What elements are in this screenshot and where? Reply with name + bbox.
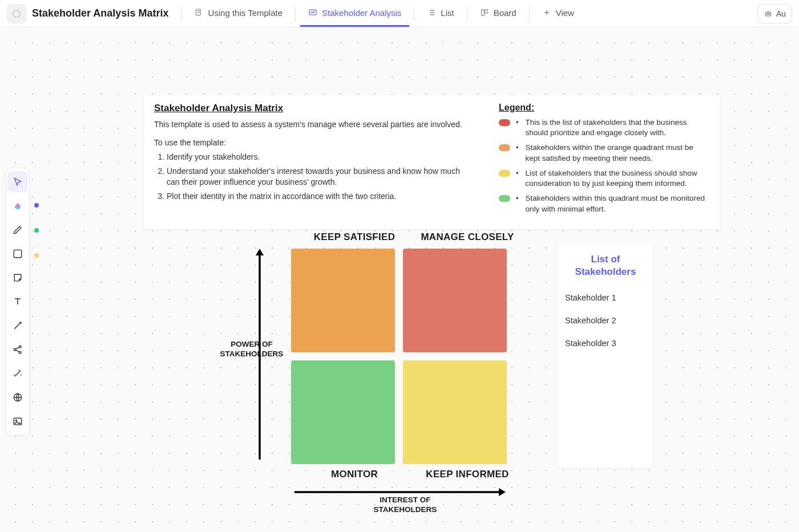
clickup-icon [12,200,23,212]
legend-item: • List of stakeholders that the business… [499,168,707,189]
page-title: Stakeholder Analysis Matrix [32,7,168,19]
tool-clickup-ai[interactable] [7,196,28,216]
quadrant-label-bottom-left: MONITOR [302,469,406,480]
desc-step: Understand your stakeholder's interest t… [167,166,474,188]
tab-stakeholder-analysis[interactable]: Stakeholder Analysis [300,1,409,27]
tool-mindmap[interactable] [7,339,28,360]
divider [529,6,530,21]
svg-point-11 [19,351,21,354]
tab-using-template[interactable]: Using this Template [186,1,290,27]
x-axis-label: INTEREST OF STAKEHOLDERS [360,496,451,515]
tool-connector[interactable] [7,315,28,336]
pointer-icon [12,176,23,188]
divider [414,6,414,21]
add-view-button[interactable]: View [534,1,582,27]
quadrant-label-top-right: MANAGE CLOSELY [415,232,519,243]
tab-list[interactable]: List [419,1,462,27]
app-menu-button[interactable] [7,4,26,23]
legend-text: This is the list of stakeholders that th… [526,117,707,138]
svg-rect-8 [14,250,21,257]
stakeholders-title: List of Stakeholders [565,253,646,278]
svg-marker-16 [256,249,264,255]
header-bar: Stakeholder Analysis Matrix Using this T… [0,0,799,27]
svg-point-14 [15,420,17,421]
stakeholder-item[interactable]: Stakeholder 3 [565,339,646,348]
legend: Legend: • This is the list of stakeholde… [499,103,707,219]
legend-text: Stakeholders within the orange quadrant … [526,143,707,163]
stakeholders-card: List of Stakeholders Stakeholder 1 Stake… [558,244,653,468]
pen-icon [12,224,23,235]
svg-point-7 [768,13,769,14]
desc-step: Plot their identity in the matrix in acc… [167,191,474,202]
globe-icon [12,392,23,403]
svg-rect-3 [481,10,484,16]
template-icon [194,8,203,17]
legend-item: • Stakeholders within this quadrant must… [499,193,707,214]
tool-text[interactable] [7,291,28,312]
tool-pen[interactable] [7,220,28,240]
connector-icon [12,320,23,331]
tab-label: List [441,8,454,18]
stakeholder-item[interactable]: Stakeholder 2 [565,316,646,325]
whiteboard-canvas[interactable]: Stakeholder Analysis Matrix This templat… [0,27,799,532]
quadrant-keep-satisfied[interactable] [291,249,395,352]
desc-step: Identify your stakeholders. [167,152,474,163]
tool-sticky[interactable] [7,267,28,288]
desc-howto: To use the template: [154,138,474,147]
divider [295,6,296,21]
mindmap-icon [12,344,23,355]
color-dot-purple[interactable] [34,203,39,208]
desc-steps: Identify your stakeholders. Understand y… [154,152,474,202]
tab-label: Board [494,8,516,18]
add-view-label: View [556,8,574,18]
plus-icon [542,8,551,17]
sparkle-icon [12,368,23,379]
svg-marker-18 [499,488,506,496]
description-card: Stakeholder Analysis Matrix This templat… [144,95,720,229]
color-dot-yellow[interactable] [34,253,39,258]
tab-label: Using this Template [208,8,283,18]
tab-label: Stakeholder Analysis [322,8,401,18]
tool-shape[interactable] [7,243,28,264]
whiteboard-icon [308,8,317,17]
tool-pointer[interactable] [7,172,28,192]
svg-point-0 [13,10,20,17]
tool-sparkle[interactable] [7,363,28,384]
automations-button[interactable]: Au [757,4,792,23]
board-icon [480,8,489,17]
desc-subtitle: This template is used to assess a system… [154,120,474,129]
svg-rect-4 [485,10,487,14]
legend-swatch-yellow [499,170,510,177]
image-icon [12,416,23,427]
whiteboard-toolbar [6,168,30,436]
divider [181,6,181,21]
color-dot-green[interactable] [34,228,39,233]
svg-point-9 [14,348,16,351]
dashed-circle-icon [11,9,22,19]
tool-image[interactable] [7,411,28,432]
quadrant-keep-informed[interactable] [403,360,507,464]
list-icon [427,8,436,17]
stakeholder-item[interactable]: Stakeholder 1 [565,293,646,302]
quadrant-manage-closely[interactable] [403,249,507,352]
legend-swatch-red [499,119,510,126]
automations-label: Au [776,9,786,18]
quadrant-label-bottom-right: KEEP INFORMED [415,469,519,480]
legend-swatch-orange [499,144,510,151]
svg-point-10 [19,346,21,348]
y-axis-label: POWER OF STAKEHOLDERS [218,340,285,359]
x-axis-arrow-icon [294,488,506,496]
robot-icon [764,9,773,18]
tab-board[interactable]: Board [472,1,524,27]
text-icon [12,296,23,307]
svg-point-6 [767,13,768,14]
quadrant-label-top-left: KEEP SATISFIED [302,232,406,243]
legend-text: Stakeholders within this quadrant must b… [526,193,707,214]
legend-title: Legend: [499,103,707,113]
legend-swatch-green [499,195,510,202]
divider [467,6,467,21]
desc-title: Stakeholder Analysis Matrix [154,103,474,114]
quadrant-monitor[interactable] [291,360,395,464]
square-icon [12,248,23,259]
tool-web[interactable] [7,387,28,408]
